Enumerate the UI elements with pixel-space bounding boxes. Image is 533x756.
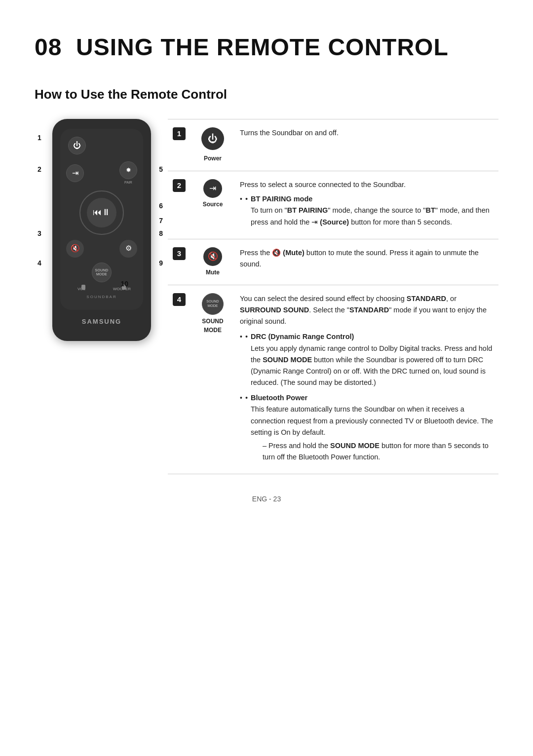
remote-play-ring: ⏮⏸ [79,190,124,235]
remote-bt-btn[interactable]: ✸ [119,161,137,179]
remote-control: ⏻ ⇥ ✸ PAIR ⏮⏸ [52,119,151,341]
remote-callout-1: 1 [38,133,41,143]
func-num-2: 2 [173,179,186,192]
table-row: 4 SOUNDMODE SOUND MODE You can select th… [168,285,498,474]
function-table-section: 1 ⏻ Power Turns the Soundbar on and off.… [168,119,498,474]
remote-callout-3: 3 [38,228,41,239]
remote-power-btn[interactable]: ⏻ [68,137,86,154]
func-label-mute: Mute [195,268,230,277]
remote-callout-10: 10 [120,279,128,289]
func-num-4: 4 [173,293,186,306]
remote-callout-9: 9 [159,258,163,268]
remote-callout-5: 5 [159,164,163,175]
remote-callout-4: 4 [38,258,41,268]
table-row: 2 ⇥ Source Press to select a source conn… [168,171,498,239]
soundbar-label: SOUNDBAR [66,294,137,300]
section-title: How to Use the Remote Control [35,85,498,104]
remote-mute-btn[interactable]: 🔇 [66,240,84,258]
func-num-3: 3 [173,247,186,260]
func-icon-soundmode: SOUNDMODE [202,293,224,315]
func-num-1: 1 [173,127,186,140]
main-layout: ⏻ ⇥ ✸ PAIR ⏮⏸ [35,119,498,474]
func-icon-source: ⇥ [203,179,222,198]
remote-container: ⏻ ⇥ ✸ PAIR ⏮⏸ [35,119,153,341]
func-label-soundmode: SOUND MODE [195,317,230,335]
func-desc-1: Turns the Soundbar on and off. [235,119,498,171]
table-row: 1 ⏻ Power Turns the Soundbar on and off. [168,119,498,171]
func-desc-3: Press the 🔇 (Mute) button to mute the so… [235,239,498,285]
func-label-power: Power [195,154,230,163]
remote-playpause-btn[interactable]: ⏮⏸ [87,198,116,227]
func-desc-2: Press to select a source connected to th… [235,171,498,239]
page-number: ENG - 23 [35,494,498,504]
pair-label: PAIR [124,180,132,186]
page-title: 08 USING THE REMOTE CONTROL [35,30,498,65]
remote-callout-7: 7 [159,216,163,226]
remote-soundmode-btn[interactable]: SOUND MODE [92,263,112,282]
func-label-source: Source [195,200,230,209]
remote-settings-btn[interactable]: ⚙ [119,240,137,258]
func-icon-mute: 🔇 [203,247,222,266]
func-desc-4: You can select the desired sound effect … [235,285,498,474]
function-table: 1 ⏻ Power Turns the Soundbar on and off.… [168,119,498,474]
samsung-label: SAMSUNG [60,317,143,327]
remote-source-btn[interactable]: ⇥ [66,164,84,182]
func-icon-power: ⏻ [201,127,224,150]
remote-callout-6: 6 [159,201,163,211]
remote-callout-2: 2 [38,164,41,175]
remote-callout-8: 8 [159,228,163,239]
table-row: 3 🔇 Mute Press the 🔇 (Mute) button to mu… [168,239,498,285]
